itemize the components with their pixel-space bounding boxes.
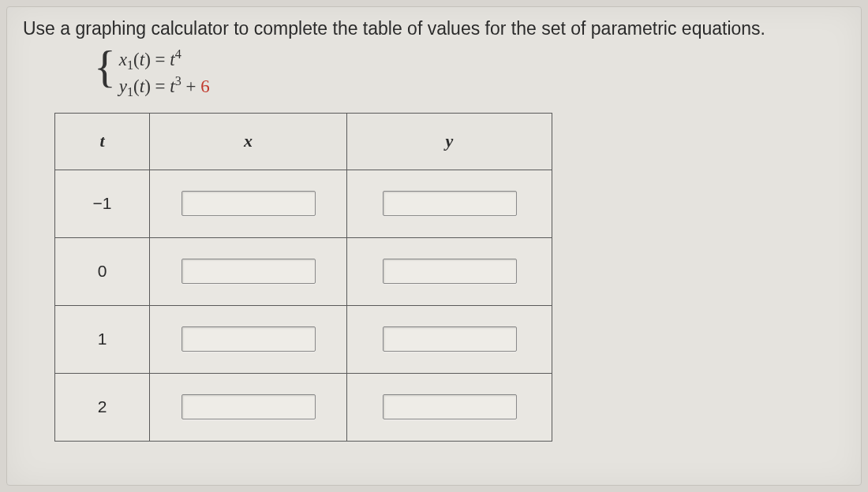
left-brace: { — [94, 44, 116, 97]
table-row: −1 — [55, 170, 552, 237]
table-row: 1 — [55, 305, 552, 373]
equation-y1: y1(t) = t3 + 6 — [119, 74, 210, 99]
instruction-text: Use a graphing calculator to complete th… — [23, 18, 845, 39]
header-y: y — [347, 113, 552, 170]
input-y-row0[interactable] — [383, 191, 517, 216]
eq2-rhs-sup: 3 — [175, 74, 181, 88]
eq2-const: 6 — [200, 76, 210, 96]
cell-x — [150, 373, 347, 441]
header-x: x — [150, 113, 347, 170]
cell-y — [347, 373, 552, 441]
eq1-rhs-sup: 4 — [175, 47, 181, 61]
eq1-equals: = — [151, 50, 170, 69]
eq2-lhs-var: y — [119, 76, 127, 96]
eq1-lhs-var: x — [119, 50, 127, 69]
eq2-equals: = — [151, 76, 170, 96]
cell-t: −1 — [55, 170, 150, 237]
cell-t: 1 — [55, 305, 150, 373]
table-row: 0 — [55, 237, 552, 305]
cell-y — [347, 237, 552, 305]
equation-x1: x1(t) = t4 — [119, 47, 210, 73]
eq1-lhs-arg: t — [140, 50, 144, 69]
input-x-row2[interactable] — [181, 326, 316, 352]
input-x-row0[interactable] — [181, 191, 316, 216]
eq2-lhs-sub: 1 — [127, 86, 133, 99]
equation-system: { x1(t) = t4 y1(t) = t3 + 6 — [94, 47, 845, 100]
input-y-row1[interactable] — [383, 259, 517, 284]
eq1-lhs-sub: 1 — [127, 58, 133, 72]
input-x-row1[interactable] — [181, 259, 316, 284]
cell-t: 2 — [55, 373, 150, 441]
input-y-row2[interactable] — [383, 326, 517, 352]
table-row: 2 — [55, 373, 552, 441]
header-t: t — [55, 113, 150, 170]
input-x-row3[interactable] — [181, 394, 316, 419]
eq2-lhs-arg: t — [140, 76, 144, 96]
cell-x — [150, 170, 347, 237]
equation-lines: x1(t) = t4 y1(t) = t3 + 6 — [119, 47, 210, 100]
cell-y — [347, 170, 552, 237]
cell-x — [150, 237, 347, 305]
eq2-plus: + — [181, 76, 200, 96]
input-y-row3[interactable] — [383, 394, 517, 419]
table-header-row: t x y — [55, 113, 552, 170]
cell-y — [347, 305, 552, 373]
problem-panel: Use a graphing calculator to complete th… — [6, 6, 862, 486]
cell-x — [150, 305, 347, 373]
values-table: t x y −1 0 1 2 — [54, 113, 552, 442]
cell-t: 0 — [55, 237, 150, 305]
